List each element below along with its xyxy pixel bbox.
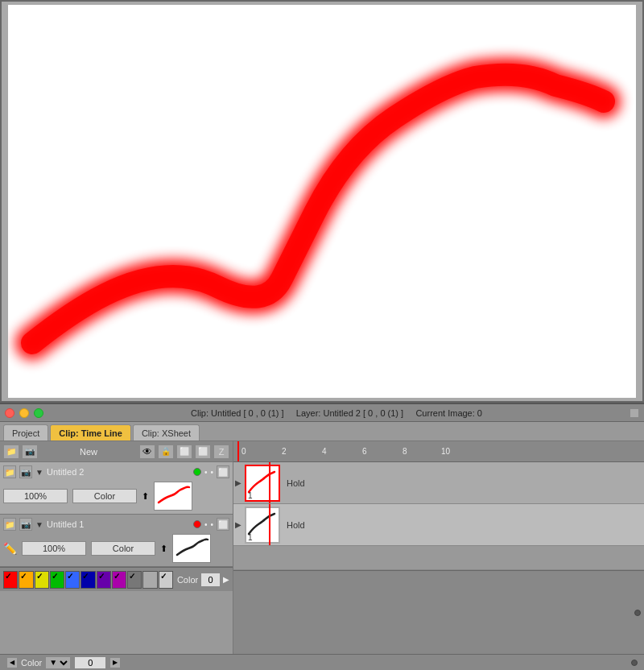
timeline-red-line-1 <box>269 504 270 545</box>
drawing-canvas[interactable] <box>8 5 636 398</box>
bottom-right-area <box>237 660 641 666</box>
tab-project[interactable]: Project <box>3 424 48 440</box>
bottom-scroll-bar: ◀ Color ▼ 0 ▶ <box>0 654 644 670</box>
playhead-line <box>237 441 239 461</box>
swatch-orange-check: ✓ <box>20 572 27 581</box>
layer-item-untitled1: 📁 📷 ▼ Untitled 1 • • ⬜ ✏️ 100% Color ⬆ <box>0 515 233 567</box>
timeline-red-line-2 <box>269 462 270 503</box>
layer2-folder-icon[interactable]: 📁 <box>3 465 16 478</box>
pencil-icon: ✏️ <box>3 542 17 555</box>
swatch-purple-check: ✓ <box>114 572 120 581</box>
layer1-opacity[interactable]: 100% <box>22 541 86 556</box>
timeline-row-1: ▶ Hold 1 <box>233 504 644 546</box>
scroll-right-icon[interactable]: ▶ <box>223 575 229 584</box>
swatch-yellow-check: ✓ <box>36 572 43 581</box>
bottom-scroll-indicator[interactable] <box>631 660 638 666</box>
right-panel: 0 2 4 6 8 10 ▶ Hold 1 <box>233 441 644 654</box>
timeline-scrollbar[interactable] <box>233 570 644 654</box>
swatch-darkblue-check: ✓ <box>82 572 89 581</box>
current-image-info: Current Image: 0 <box>415 408 482 418</box>
layer-item-untitled2: 📁 📷 ▼ Untitled 2 • • ⬜ 100% Color ⬆ <box>0 462 233 515</box>
swatch-red-check: ✓ <box>5 572 11 581</box>
lock-icon[interactable]: 🔒 <box>158 445 174 459</box>
swatch-red[interactable]: ✓ <box>3 571 18 589</box>
frame-10: 10 <box>441 447 450 456</box>
layer-header-2: 📁 📷 ▼ Untitled 2 • • ⬜ <box>3 465 229 478</box>
scroll-indicator <box>634 610 641 616</box>
swatch-lightgray[interactable] <box>142 571 157 589</box>
color-swatches: ✓ ✓ ✓ ✓ ✓ ✓ ✓ <box>0 567 233 591</box>
layer1-color-arrow[interactable]: ⬆ <box>160 544 167 554</box>
scroll-right-btn2[interactable]: ▶ <box>109 657 121 668</box>
layer2-thumbnail <box>154 482 192 511</box>
timeline-row-empty1 <box>233 546 644 570</box>
window-minimize-icon[interactable] <box>630 408 639 418</box>
tab-clip-xsheet[interactable]: Clip: XSheet <box>133 424 200 440</box>
swatch-purple[interactable]: ✓ <box>112 571 126 589</box>
tab-clip-timeline[interactable]: Clip: Time Line <box>50 424 131 440</box>
minimize-button[interactable] <box>19 408 29 418</box>
swatch-green-check: ✓ <box>52 572 58 581</box>
close-button[interactable] <box>5 408 14 418</box>
timeline-row1-arrow[interactable]: ▶ <box>233 520 243 529</box>
layer2-color-arrow[interactable]: ⬆ <box>142 491 149 502</box>
title-text: Clip: Untitled [ 0 , 0 (1) ] Layer: Unti… <box>48 408 625 418</box>
swatch-orange[interactable]: ✓ <box>19 571 33 589</box>
bottom-left-area: ◀ Color ▼ 0 ▶ <box>3 655 237 671</box>
color-value[interactable]: 0 <box>200 573 221 587</box>
z-icon[interactable]: Z <box>213 445 229 459</box>
main-content: 📁 📷 New 👁 🔒 ⬜ ⬜ Z 📁 📷 ▼ Untitled 2 • <box>0 441 644 654</box>
folder-icon[interactable]: 📁 <box>3 445 19 459</box>
swatch-gray-check: ✓ <box>129 572 135 581</box>
layer2-dot2: • <box>210 468 213 477</box>
layer1-arrow[interactable]: ▼ <box>35 520 43 529</box>
layer2-options-icon[interactable]: ⬜ <box>217 465 229 478</box>
frame-0: 0 <box>242 447 246 456</box>
layer2-camera-icon[interactable]: 📷 <box>19 465 32 478</box>
eye-icon[interactable]: 👁 <box>139 445 155 459</box>
color-dropdown[interactable]: ▼ <box>45 656 71 669</box>
scroll-left-btn[interactable]: ◀ <box>6 657 18 668</box>
layer-info: Layer: Untitled 2 [ 0 , 0 (1) ] <box>296 408 403 418</box>
layer1-camera-icon[interactable]: 📷 <box>19 518 32 531</box>
swatch-blue[interactable]: ✓ <box>65 571 80 589</box>
layer-header-1: 📁 📷 ▼ Untitled 1 • • ⬜ <box>3 518 229 531</box>
swatch-violet[interactable]: ✓ <box>97 571 111 589</box>
frame-4: 4 <box>322 447 327 456</box>
canvas-area <box>0 0 644 403</box>
layer2-opacity[interactable]: 100% <box>3 489 68 503</box>
layer2-arrow[interactable]: ▼ <box>35 468 43 477</box>
layer1-color-label[interactable]: Color <box>91 541 155 556</box>
layer2-controls: 100% Color ⬆ <box>3 482 229 511</box>
layer2-name: Untitled 2 <box>47 467 190 477</box>
tab-bar: Project Clip: Time Line Clip: XSheet <box>0 422 644 441</box>
left-panel: 📁 📷 New 👁 🔒 ⬜ ⬜ Z 📁 📷 ▼ Untitled 2 • <box>0 441 233 654</box>
maximize-button[interactable] <box>34 408 43 418</box>
swatch-violet-check: ✓ <box>98 572 105 581</box>
frame-label-1: 1 <box>248 533 253 542</box>
swatch-green[interactable]: ✓ <box>50 571 64 589</box>
layer1-folder-icon[interactable]: 📁 <box>3 518 16 531</box>
bottom-color-value[interactable]: 0 <box>74 656 106 669</box>
layer1-dot2: • <box>210 520 213 529</box>
layer1-controls: ✏️ 100% Color ⬆ <box>3 534 229 563</box>
camera2-icon[interactable]: ⬜ <box>176 445 192 459</box>
new-label: New <box>40 447 137 457</box>
camera-icon[interactable]: 📷 <box>22 445 38 459</box>
layer1-thumbnail <box>172 534 211 563</box>
title-bar: Clip: Untitled [ 0 , 0 (1) ] Layer: Unti… <box>0 404 644 422</box>
layer1-color-dot <box>193 520 201 528</box>
swatch-yellow[interactable]: ✓ <box>35 571 49 589</box>
layer1-options-icon[interactable]: ⬜ <box>217 518 229 531</box>
swatch-gray[interactable]: ✓ <box>127 571 142 589</box>
color-label: Color <box>177 575 198 585</box>
layer2-color-label[interactable]: Color <box>72 489 137 503</box>
swatch-white-check: ✓ <box>160 572 167 581</box>
frame-2: 2 <box>282 447 287 456</box>
bottom-color-label: Color <box>21 658 42 668</box>
hold-label-1: Hold <box>287 520 305 530</box>
swatch-white[interactable]: ✓ <box>159 571 173 589</box>
swatch-darkblue[interactable]: ✓ <box>80 571 95 589</box>
grid-icon[interactable]: ⬜ <box>195 445 211 459</box>
timeline-row2-arrow[interactable]: ▶ <box>233 478 243 487</box>
